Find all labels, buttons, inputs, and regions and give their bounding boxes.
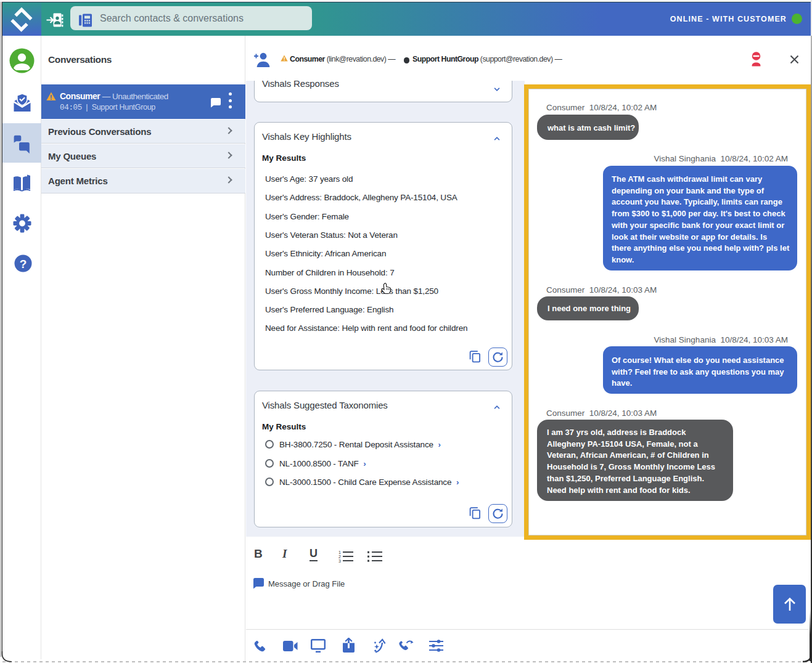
svg-text:?: ? <box>20 258 27 270</box>
svg-text:2: 2 <box>338 555 341 559</box>
svg-text:3: 3 <box>338 559 341 563</box>
svg-text:1: 1 <box>338 550 341 555</box>
